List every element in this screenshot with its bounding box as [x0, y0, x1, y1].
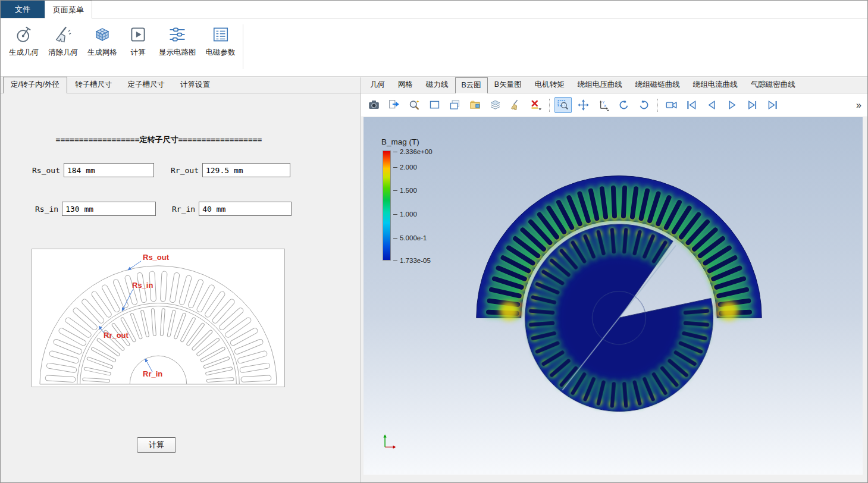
scene-objects-icon[interactable]: [466, 97, 484, 113]
left-content: ==================定转子尺寸=================…: [1, 93, 361, 482]
delete-icon[interactable]: [527, 97, 544, 113]
compute-icon: [129, 26, 147, 43]
legend-tick-label: 5.000e-1: [393, 234, 427, 242]
tab-stator-rotor-diameters[interactable]: 定/转子内/外径: [3, 77, 67, 93]
ribbon-button-label: 电磁参数: [206, 48, 236, 58]
generate-geometry-button[interactable]: 生成几何: [4, 21, 43, 75]
tab-mesh[interactable]: 网格: [391, 77, 419, 93]
ribbon-button-label: 显示电路图: [159, 48, 196, 58]
tab-airgap-flux-density[interactable]: 气隙磁密曲线: [744, 77, 802, 93]
play-icon[interactable]: [723, 97, 741, 113]
document-tabbar: 文件 页面菜单: [1, 1, 867, 18]
legend-colorbar: 2.336e+002.0001.5001.0005.000e-11.733e-0…: [383, 150, 391, 261]
diagram-label-rr-out: Rr_out: [104, 331, 129, 340]
rotate-cw-icon[interactable]: [615, 97, 632, 113]
broom-icon: [54, 26, 72, 43]
section-title: ==================定转子尺寸=================…: [1, 134, 317, 145]
export-image-icon[interactable]: [386, 97, 403, 113]
ribbon-button-label: 清除几何: [48, 48, 78, 58]
zoom-extents-icon[interactable]: [406, 97, 423, 113]
app-window: 文件 页面菜单 生成几何 清除几何 生成网格 计算 显示电路图 电磁参数: [0, 0, 868, 483]
clear-geometry-button[interactable]: 清除几何: [43, 21, 83, 75]
rr-in-input[interactable]: [199, 202, 292, 216]
tab-winding-voltage[interactable]: 绕组电压曲线: [571, 77, 629, 93]
svg-text:X: X: [604, 104, 606, 108]
diagram-label-rs-out: Rs_out: [143, 253, 169, 262]
step-forward-icon[interactable]: [744, 97, 761, 113]
rr-out-input[interactable]: [202, 163, 290, 177]
copy-frame-icon[interactable]: [446, 97, 463, 113]
tab-file[interactable]: 文件: [1, 1, 45, 18]
toolbar-separator: [657, 99, 658, 112]
clear-plot-icon[interactable]: [507, 97, 524, 113]
tab-winding-current[interactable]: 绕组电流曲线: [687, 77, 744, 93]
tab-stator-slot-size[interactable]: 定子槽尺寸: [120, 77, 173, 93]
legend-title: B_mag (T): [381, 137, 419, 146]
rotate-ccw-icon[interactable]: [635, 97, 653, 113]
rs-out-input[interactable]: [64, 163, 154, 177]
compute-button[interactable]: 计算: [122, 21, 154, 75]
rs-in-input[interactable]: [62, 202, 156, 216]
legend-tick-label: 1.000: [393, 211, 417, 218]
go-first-icon[interactable]: [683, 97, 700, 113]
results-panel: 几何 网格 磁力线 B云图 B矢量图 电机转矩 绕组电压曲线 绕组磁链曲线 绕组…: [361, 77, 867, 482]
graphics-toolbar-icons: YX: [365, 97, 781, 113]
tab-b-contour[interactable]: B云图: [455, 77, 488, 93]
parameters-panel: 定/转子内/外径 转子槽尺寸 定子槽尺寸 计算设置 ==============…: [1, 77, 361, 482]
rr-in-field: Rr_in: [172, 202, 292, 216]
right-tabstrip: 几何 网格 磁力线 B云图 B矢量图 电机转矩 绕组电压曲线 绕组磁链曲线 绕组…: [361, 77, 867, 93]
left-tabstrip: 定/转子内/外径 转子槽尺寸 定子槽尺寸 计算设置: [1, 77, 361, 93]
ribbon-button-label: 生成几何: [9, 48, 39, 58]
calculate-button[interactable]: 计算: [137, 437, 176, 453]
ribbon-separator: [243, 24, 243, 69]
rs-out-field: Rs_out: [32, 163, 154, 177]
coordinate-triad: [381, 432, 397, 452]
zoom-window-icon[interactable]: [554, 97, 572, 113]
rs-in-label: Rs_in: [35, 205, 58, 214]
camera-icon[interactable]: [365, 97, 383, 113]
ribbon-toolbar: 生成几何 清除几何 生成网格 计算 显示电路图 电磁参数: [1, 18, 867, 77]
generate-mesh-button[interactable]: 生成网格: [83, 21, 122, 75]
em-parameters-button[interactable]: 电磁参数: [201, 21, 240, 75]
tab-geometry[interactable]: 几何: [364, 77, 391, 93]
toolbar-separator: [549, 99, 550, 112]
view-layers-icon[interactable]: [487, 97, 504, 113]
tab-calc-settings[interactable]: 计算设置: [173, 77, 218, 93]
diagram-label-rs-in: Rs_in: [132, 281, 153, 290]
circuit-icon: [168, 26, 186, 43]
color-legend: B_mag (T) 2.336e+002.0001.5001.0005.000e…: [381, 137, 419, 261]
rs-out-label: Rs_out: [32, 166, 60, 175]
tab-flux-lines[interactable]: 磁力线: [419, 77, 455, 93]
rr-in-label: Rr_in: [172, 205, 195, 214]
ribbon-button-label: 计算: [131, 48, 146, 58]
rr-out-label: Rr_out: [171, 166, 199, 175]
graphics-viewport[interactable]: B_mag (T) 2.336e+002.0001.5001.0005.000e…: [364, 117, 863, 475]
axis-orientation-icon[interactable]: YX: [595, 97, 612, 113]
rr-out-field: Rr_out: [171, 163, 290, 177]
compass-icon: [15, 26, 33, 43]
mesh-cube-icon: [93, 26, 111, 43]
step-back-icon[interactable]: [703, 97, 720, 113]
tab-b-vector[interactable]: B矢量图: [488, 77, 528, 93]
legend-tick-label: 1.500: [393, 187, 417, 194]
tab-winding-flux-linkage[interactable]: 绕组磁链曲线: [629, 77, 687, 93]
select-frame-icon[interactable]: [426, 97, 443, 113]
pan-icon[interactable]: [575, 97, 592, 113]
ribbon-button-label: 生成网格: [87, 48, 117, 58]
legend-tick-label: 2.000: [393, 164, 417, 171]
toolbar-overflow-button[interactable]: »: [855, 100, 863, 111]
graphics-toolbar: YX »: [361, 93, 867, 117]
diagram-label-rr-in: Rr_in: [143, 369, 162, 378]
motor-sketch-canvas: [32, 249, 284, 387]
tab-rotor-slot-size[interactable]: 转子槽尺寸: [67, 77, 120, 93]
main-area: 定/转子内/外径 转子槽尺寸 定子槽尺寸 计算设置 ==============…: [1, 77, 867, 482]
field-plot-canvas[interactable]: [364, 117, 863, 475]
show-circuit-button[interactable]: 显示电路图: [154, 21, 201, 75]
motor-geometry-diagram: Rs_out Rs_in Rr_out Rr_in: [32, 249, 285, 387]
tab-page-menu[interactable]: 页面菜单: [45, 1, 92, 18]
go-last-icon[interactable]: [764, 97, 781, 113]
tab-torque[interactable]: 电机转矩: [528, 77, 571, 93]
legend-tick-label: 1.733e-05: [393, 257, 431, 264]
rs-in-field: Rs_in: [35, 202, 156, 216]
record-animation-icon[interactable]: [663, 97, 680, 113]
